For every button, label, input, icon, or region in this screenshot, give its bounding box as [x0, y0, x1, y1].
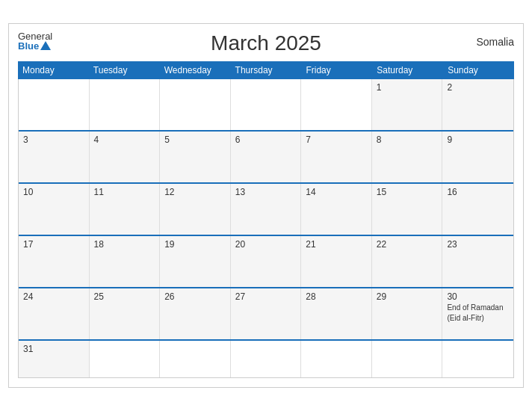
- day-cell: 10: [19, 184, 90, 235]
- day-cell: 31: [19, 341, 90, 377]
- week-row: 1 2: [19, 79, 513, 132]
- day-cell: 8: [372, 132, 443, 182]
- day-cell: 25: [90, 288, 161, 339]
- day-cell: [160, 79, 231, 130]
- day-cell: 23: [442, 236, 513, 287]
- day-cell: 14: [301, 184, 372, 235]
- week-row: 24 25 26 27 28 29 30 End of Ramadan (Eid…: [19, 288, 513, 341]
- day-cell: 12: [160, 184, 231, 235]
- calendar-title: March 2025: [211, 31, 321, 55]
- calendar-grid: 1 2 3 4 5 6 7 8 9 10 11 12 13 14 15 16 1…: [18, 79, 514, 378]
- header-thursday: Thursday: [231, 61, 302, 79]
- day-cell: 5: [160, 132, 231, 182]
- day-cell: 15: [372, 184, 443, 235]
- logo-triangle-icon: [40, 41, 51, 50]
- day-cell: 29: [372, 288, 443, 339]
- day-cell: 11: [90, 184, 161, 235]
- day-cell: 17: [19, 236, 90, 287]
- day-cell: 3: [19, 132, 90, 182]
- header-tuesday: Tuesday: [89, 61, 160, 79]
- logo: General Blue: [18, 31, 52, 51]
- day-cell: [231, 79, 302, 130]
- logo-blue-text: Blue: [18, 41, 52, 51]
- day-cell: [301, 341, 372, 377]
- day-cell: 24: [19, 288, 90, 339]
- day-cell: [160, 341, 231, 377]
- day-cell: 27: [231, 288, 302, 339]
- day-cell: 21: [301, 236, 372, 287]
- day-cell: 28: [301, 288, 372, 339]
- week-row: 17 18 19 20 21 22 23: [19, 236, 513, 288]
- header-friday: Friday: [301, 61, 372, 79]
- day-cell: [90, 341, 161, 377]
- day-cell: 19: [160, 236, 231, 287]
- day-cell-30: 30 End of Ramadan (Eid al-Fitr): [442, 288, 513, 339]
- week-row: 10 11 12 13 14 15 16: [19, 184, 513, 236]
- day-cell: 26: [160, 288, 231, 339]
- day-cell: 20: [231, 236, 302, 287]
- day-cell: 6: [231, 132, 302, 182]
- day-cell: 18: [90, 236, 161, 287]
- day-cell: [231, 341, 302, 377]
- day-cell: 4: [90, 132, 161, 182]
- day-cell: 2: [442, 79, 513, 130]
- header-saturday: Saturday: [372, 61, 443, 79]
- header-wednesday: Wednesday: [160, 61, 231, 79]
- country-label: Somalia: [476, 36, 514, 48]
- day-cell: 9: [442, 132, 513, 182]
- day-headers-row: Monday Tuesday Wednesday Thursday Friday…: [18, 61, 514, 79]
- day-cell: [19, 79, 90, 130]
- day-cell: 7: [301, 132, 372, 182]
- day-cell: [90, 79, 161, 130]
- day-cell: 13: [231, 184, 302, 235]
- day-cell: 16: [442, 184, 513, 235]
- header-sunday: Sunday: [443, 61, 514, 79]
- day-cell: [442, 341, 513, 377]
- week-row: 31: [19, 341, 513, 378]
- header-monday: Monday: [18, 61, 89, 79]
- day-cell: [372, 341, 443, 377]
- week-row: 3 4 5 6 7 8 9: [19, 132, 513, 184]
- calendar-header: General Blue March 2025 Somalia: [18, 31, 514, 55]
- calendar-container: General Blue March 2025 Somalia Monday T…: [8, 23, 524, 388]
- day-cell: [301, 79, 372, 130]
- day-cell: 22: [372, 236, 443, 287]
- day-cell: 1: [372, 79, 443, 130]
- event-eid: End of Ramadan (Eid al-Fitr): [447, 303, 503, 322]
